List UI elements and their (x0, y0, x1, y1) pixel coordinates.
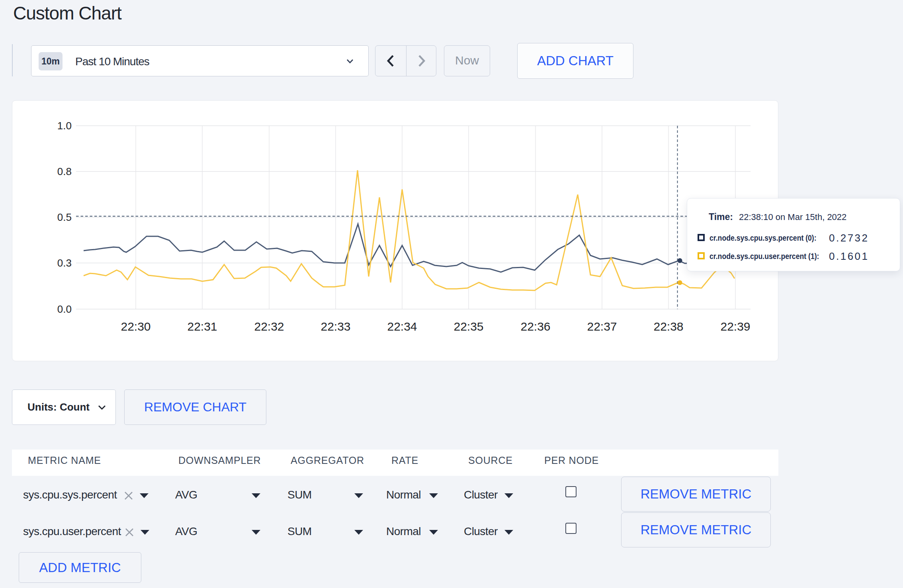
svg-text:0.3: 0.3 (57, 257, 72, 269)
svg-text:22:34: 22:34 (387, 320, 417, 333)
svg-text:22:37: 22:37 (587, 320, 617, 333)
svg-text:22:32: 22:32 (254, 320, 284, 333)
svg-text:22:35: 22:35 (453, 320, 483, 333)
svg-text:22:33: 22:33 (321, 320, 350, 333)
svg-text:22:38: 22:38 (653, 320, 683, 333)
svg-text:0.0: 0.0 (57, 303, 72, 315)
svg-text:22:39: 22:39 (720, 320, 750, 333)
svg-text:22:36: 22:36 (520, 320, 550, 333)
svg-text:0.8: 0.8 (57, 165, 72, 177)
svg-text:0.5: 0.5 (57, 211, 72, 223)
svg-text:22:30: 22:30 (121, 320, 150, 333)
svg-text:22:31: 22:31 (187, 320, 217, 333)
svg-text:1.0: 1.0 (57, 120, 72, 132)
